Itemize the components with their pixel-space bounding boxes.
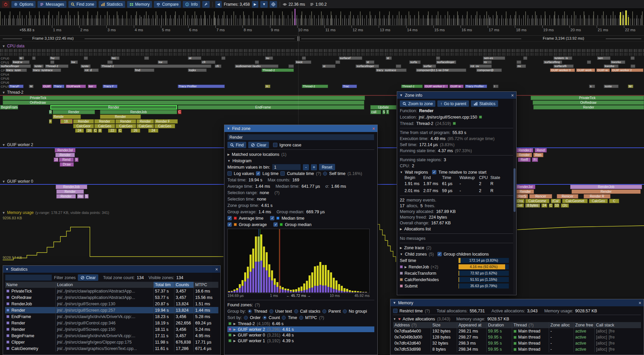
matched-source-locations[interactable]: ▶Matched source locations(1) (227, 151, 374, 158)
timeline-zone[interactable]: GUIF-w (596, 69, 610, 72)
timeline-zone[interactable]: Render (517, 189, 534, 194)
timeline-zone[interactable] (288, 64, 294, 68)
timeline-zone[interactable]: tracy_systrace (376, 69, 407, 72)
column-header-address[interactable]: Address(?) (393, 322, 431, 328)
timeline-zone[interactable]: Tracy F (103, 85, 117, 88)
timeline-zone[interactable]: PrivateTick (531, 96, 644, 100)
collapse-icon[interactable]: ▼ (5, 267, 9, 271)
toolbar-button-compare[interactable]: Compare (154, 1, 181, 8)
power-button[interactable] (2, 1, 9, 8)
timeline-zone[interactable]: 24 (541, 204, 547, 208)
timeline-zone[interactable]: TracyP (9, 85, 23, 88)
timeline-zone[interactable] (517, 60, 521, 64)
timeline-zone[interactable]: GUIF w (449, 85, 464, 88)
plus-button[interactable]: + (311, 164, 317, 170)
next-frame-button[interactable]: ▶ (252, 1, 259, 8)
toolbar-button-find-zone[interactable]: Find zone (68, 1, 97, 8)
timeline-zone[interactable]: kw (158, 60, 168, 64)
timeline-zone[interactable]: system_is (553, 56, 572, 60)
scrollbar[interactable] (513, 99, 516, 294)
reset-button[interactable]: Reset (319, 164, 335, 170)
cpu-data-header[interactable]: ▼CPU data (2, 44, 24, 48)
timeline-zone[interactable]: surfa (409, 60, 421, 64)
found-zone-thread-row[interactable]: ▶GUIF worker 0(3,231)4.48 s (227, 332, 374, 338)
timeline-zone[interactable]: Trac (342, 85, 357, 88)
timeline-zone[interactable]: GUIF worker 2 (611, 69, 643, 72)
sort-by-radio-order[interactable] (244, 316, 248, 320)
find-button[interactable]: Find (227, 142, 246, 148)
timeline-zone[interactable]: S (382, 110, 385, 114)
timeline-zone[interactable]: syste (604, 85, 619, 88)
timeline-zone[interactable]: I (493, 85, 498, 88)
timeline-zone[interactable]: C (178, 110, 181, 114)
alloc-link[interactable]: [alloc] (596, 335, 607, 340)
alloc-link[interactable]: [alloc] (596, 341, 607, 346)
free-link[interactable]: [fre (609, 329, 615, 334)
timeline-zone[interactable]: syste (34, 64, 44, 68)
timeline-zone[interactable]: RenderJol (55, 148, 75, 152)
timeline-zone[interactable] (84, 56, 88, 60)
timeline-zone[interactable]: 5 (85, 194, 89, 198)
timeline-zone[interactable]: kwgt:w (12, 60, 30, 64)
table-row[interactable]: Renderjni/../jni/src/guif/Screen.cpp:257… (5, 307, 218, 313)
timeline-zone[interactable]: si (19, 56, 24, 60)
timeline-zone[interactable]: Fi (532, 158, 538, 162)
sort-by-radio-time[interactable] (282, 316, 286, 320)
timeline-zone[interactable] (302, 56, 306, 60)
timeline-zone[interactable]: RenderJob (56, 185, 87, 189)
timeline-zone[interactable]: A (265, 85, 270, 88)
timeline-zone[interactable]: surfacefinger (356, 64, 379, 68)
group-by-radio-no-groupi[interactable] (343, 309, 347, 313)
timeline-zone[interactable]: 8 (98, 129, 102, 133)
timeline-zone[interactable]: Thread-2 (101, 64, 211, 68)
timeline-zone[interactable]: audioserver /audio_ (235, 64, 278, 68)
timeline-zone[interactable]: rot_ov (470, 64, 492, 68)
clear-button[interactable]: Clear (78, 274, 99, 281)
toolbar-button-options[interactable]: Options (11, 1, 36, 8)
toolbar-button-messages[interactable]: Messages (38, 1, 66, 8)
timeline-zone[interactable]: cfi (215, 64, 221, 68)
timeline-zone[interactable]: 18 (54, 158, 58, 162)
timeline-zone[interactable]: Thread-2 (45, 64, 68, 68)
timeline-zone[interactable]: Render (572, 189, 641, 194)
wait-region-row[interactable]: 1.91 ms1.97 ms61 µs-2R (405, 180, 514, 187)
wait-region-row[interactable]: 2.01 ms2.07 ms59 µs-2R (405, 187, 514, 194)
timeline-zone[interactable]: CalcGeo (115, 124, 136, 128)
scrollbar-thumb[interactable] (514, 168, 516, 212)
timeline-zone[interactable]: Rerff (518, 158, 531, 162)
close-icon[interactable]: × (511, 93, 514, 98)
legend-checkbox[interactable] (270, 216, 274, 220)
timeline-zone[interactable]: OnRedraw (3, 100, 364, 105)
timeline-zone[interactable]: s (589, 85, 595, 88)
timeline-zone[interactable]: Rende (53, 115, 81, 119)
timeline-zone[interactable]: CalcGeor (73, 124, 94, 128)
timeline-zone[interactable]: Render (55, 153, 75, 157)
timeline-zone[interactable]: Ren (533, 153, 543, 157)
timeline-zone[interactable]: GUIF work (576, 69, 595, 72)
timeline-zone[interactable]: GUIF (42, 85, 52, 88)
child-zone-row[interactable]: ▶RenderJob(×2)4.16 ms (92.60%) (400, 264, 514, 270)
thread-header[interactable]: ▼GUIF worker 0 (2, 179, 33, 184)
memory-titlebar[interactable]: ▼ Memory × (390, 299, 644, 306)
active-allocations-header[interactable]: ▼♥Active allocations(3,043)Memory usage:… (393, 316, 641, 322)
column-header-counts[interactable]: Counts (174, 282, 194, 288)
frame-strip[interactable] (0, 9, 644, 26)
timeline-zone[interactable]: GUIF worker 2 (424, 85, 448, 88)
child-zones-header[interactable]: ▼Child zones(5)Group children locations (400, 251, 514, 257)
timeline-zone[interactable]: Draw (60, 162, 74, 167)
timeline-zone[interactable] (255, 60, 259, 64)
timeline-zone[interactable]: 26 (131, 129, 140, 133)
timeline-zone[interactable]: kwot (295, 60, 311, 64)
alloc-link[interactable]: [alloc] (596, 329, 607, 334)
frame-markers[interactable]: Frame 3,193 (22.45 ms)Frame 3,194 (13.92… (0, 36, 644, 42)
column-header-appeared-at[interactable]: Appeared at (457, 322, 486, 328)
column-header-name[interactable]: Name (5, 282, 55, 288)
timeline-zone[interactable]: su (265, 56, 273, 60)
log-time-checkbox[interactable] (256, 171, 260, 176)
timeline-zone[interactable]: Tracy (53, 85, 64, 88)
group-by-radio-user-text[interactable] (269, 309, 273, 313)
timeline-zone[interactable]: surfacefli (553, 64, 574, 68)
timeline-zone[interactable]: C (609, 199, 619, 203)
sort-by-radio-count[interactable] (263, 316, 267, 320)
timeline-zone[interactable]: composer@2.1-se (HW (416, 69, 466, 72)
